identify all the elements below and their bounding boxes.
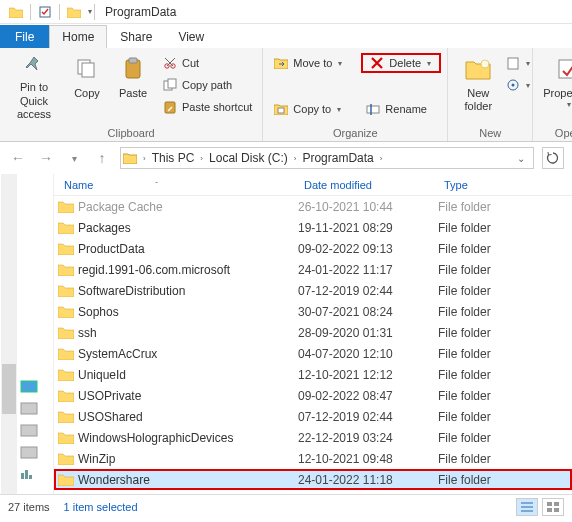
paste-shortcut-button[interactable]: Paste shortcut [158, 97, 256, 117]
new-item-icon [506, 55, 520, 71]
table-row[interactable]: SystemAcCrux04-07-2020 12:10File folder [54, 343, 572, 364]
address-bar: ← → ▾ ↑ › This PC › Local Disk (C:) › Pr… [0, 142, 572, 174]
paste-label: Paste [119, 87, 147, 100]
file-name: ProductData [78, 242, 145, 256]
table-row[interactable]: USOShared07-12-2019 02:44File folder [54, 406, 572, 427]
file-type: File folder [438, 473, 572, 487]
file-date: 09-02-2022 09:13 [298, 242, 438, 256]
file-name: UniqueId [78, 368, 126, 382]
group-organize: Move to ▾ Copy to ▾ Delete [263, 48, 448, 141]
file-date: 19-11-2021 08:29 [298, 221, 438, 235]
folder-icon [123, 152, 139, 164]
group-clipboard-label: Clipboard [6, 125, 256, 141]
icons-view-button[interactable] [542, 498, 564, 516]
table-row[interactable]: WinZip12-10-2021 09:48File folder [54, 448, 572, 469]
file-name: SystemAcCrux [78, 347, 157, 361]
easy-access-button[interactable]: ▾ [506, 75, 526, 95]
properties-label: Properties [543, 87, 572, 100]
file-date: 28-09-2020 01:31 [298, 326, 438, 340]
nav-tree-item[interactable] [20, 445, 40, 463]
chevron-right-icon[interactable]: › [198, 154, 205, 163]
new-item-button[interactable]: ▾ [506, 53, 526, 73]
table-row[interactable]: WindowsHolographicDevices22-12-2019 03:2… [54, 427, 572, 448]
breadcrumb[interactable]: › This PC › Local Disk (C:) › ProgramDat… [120, 147, 534, 169]
svg-rect-24 [29, 475, 32, 479]
window-title: ProgramData [105, 5, 176, 19]
navigation-pane[interactable] [0, 174, 54, 494]
table-row[interactable]: SoftwareDistribution07-12-2019 02:44File… [54, 280, 572, 301]
paste-button[interactable]: Paste [112, 51, 154, 123]
copy-to-label: Copy to [293, 103, 331, 115]
details-view-button[interactable] [516, 498, 538, 516]
copy-to-icon [273, 101, 289, 117]
ribbon: Pin to Quick access Copy Paste [0, 48, 572, 142]
properties-button[interactable]: Properties ▾ [539, 51, 572, 123]
scrollbar-thumb[interactable] [2, 364, 16, 414]
copy-path-button[interactable]: Copy path [158, 75, 256, 95]
separator [59, 4, 60, 20]
file-type: File folder [438, 242, 572, 256]
table-row[interactable]: Package Cache26-10-2021 10:44File folder [54, 196, 572, 217]
new-folder-label: New folder [456, 87, 500, 113]
column-date[interactable]: Date modified [298, 179, 438, 191]
tab-share[interactable]: Share [107, 25, 165, 48]
folder-icon [66, 4, 82, 20]
qat-dropdown-icon[interactable]: ▾ [88, 7, 92, 16]
folder-icon [58, 452, 74, 466]
back-button[interactable]: ← [8, 148, 28, 168]
svg-rect-18 [21, 381, 37, 392]
rename-label: Rename [385, 103, 427, 115]
column-name[interactable]: Name ˆ [58, 179, 298, 191]
move-to-label: Move to [293, 57, 332, 69]
tab-view[interactable]: View [165, 25, 217, 48]
easy-access-icon [506, 77, 520, 93]
table-row[interactable]: USOPrivate09-02-2022 08:47File folder [54, 385, 572, 406]
cut-button[interactable]: Cut [158, 53, 256, 73]
tab-home[interactable]: Home [49, 25, 107, 48]
crumb-folder[interactable]: ProgramData [300, 151, 375, 165]
table-row[interactable]: UniqueId12-10-2021 12:12File folder [54, 364, 572, 385]
nav-scrollbar[interactable] [1, 174, 17, 494]
table-row[interactable]: ssh28-09-2020 01:31File folder [54, 322, 572, 343]
table-row[interactable]: ProductData09-02-2022 09:13File folder [54, 238, 572, 259]
crumb-this-pc[interactable]: This PC [150, 151, 197, 165]
new-folder-icon [462, 53, 494, 85]
chevron-right-icon[interactable]: › [292, 154, 299, 163]
file-list: Name ˆ Date modified Type Package Cache2… [54, 174, 572, 494]
rename-button[interactable]: Rename [361, 99, 441, 119]
svg-rect-21 [21, 447, 37, 458]
delete-button[interactable]: Delete ▾ [361, 53, 441, 73]
tab-file[interactable]: File [0, 25, 49, 48]
up-button[interactable]: ↑ [92, 148, 112, 168]
chevron-down-icon: ▾ [427, 59, 431, 68]
group-new: New folder ▾ ▾ New [448, 48, 533, 141]
copy-icon [71, 53, 103, 85]
forward-button[interactable]: → [36, 148, 56, 168]
svg-rect-8 [168, 79, 176, 88]
table-row[interactable]: Wondershare24-01-2022 11:18File folder [54, 469, 572, 490]
file-type: File folder [438, 221, 572, 235]
nav-tree-item[interactable] [20, 379, 40, 397]
crumb-drive[interactable]: Local Disk (C:) [207, 151, 290, 165]
ribbon-tabs: File Home Share View [0, 24, 572, 48]
pin-to-quick-access-button[interactable]: Pin to Quick access [6, 51, 62, 123]
table-row[interactable]: Packages19-11-2021 08:29File folder [54, 217, 572, 238]
table-row[interactable]: Sophos30-07-2021 08:24File folder [54, 301, 572, 322]
nav-tree-item[interactable] [20, 467, 40, 485]
file-name: USOPrivate [78, 389, 141, 403]
copy-button[interactable]: Copy [66, 51, 108, 123]
chevron-right-icon[interactable]: › [141, 154, 148, 163]
column-type[interactable]: Type [438, 179, 572, 191]
nav-tree-item[interactable] [20, 401, 40, 419]
chevron-right-icon[interactable]: › [378, 154, 385, 163]
recent-locations-button[interactable]: ▾ [64, 148, 84, 168]
chevron-down-icon: ▾ [567, 100, 571, 109]
new-folder-button[interactable]: New folder [454, 51, 502, 123]
address-dropdown-icon[interactable]: ⌄ [511, 148, 531, 168]
refresh-button[interactable] [542, 147, 564, 169]
copy-to-button[interactable]: Copy to ▾ [269, 99, 357, 119]
move-to-button[interactable]: Move to ▾ [269, 53, 357, 73]
qat-properties-icon[interactable] [37, 4, 53, 20]
nav-tree-item[interactable] [20, 423, 40, 441]
table-row[interactable]: regid.1991-06.com.microsoft24-01-2022 11… [54, 259, 572, 280]
